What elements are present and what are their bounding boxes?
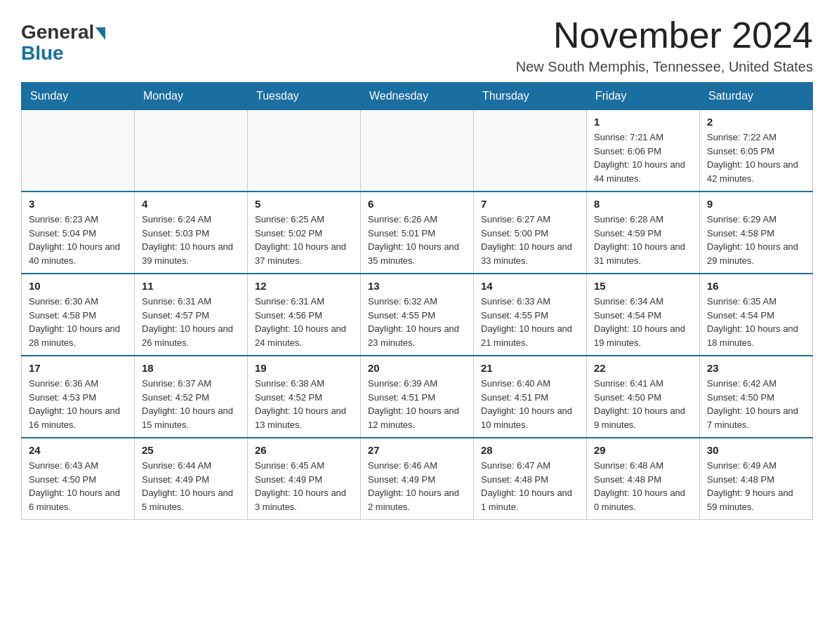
month-title: November 2024 bbox=[516, 14, 813, 56]
calendar-day-cell: 7Sunrise: 6:27 AM Sunset: 5:00 PM Daylig… bbox=[474, 192, 587, 274]
calendar-week-row: 17Sunrise: 6:36 AM Sunset: 4:53 PM Dayli… bbox=[22, 356, 813, 438]
calendar-header-saturday: Saturday bbox=[700, 83, 813, 110]
day-number: 1 bbox=[594, 116, 692, 128]
day-info: Sunrise: 7:21 AM Sunset: 6:06 PM Dayligh… bbox=[594, 130, 692, 185]
day-info: Sunrise: 6:31 AM Sunset: 4:56 PM Dayligh… bbox=[255, 295, 353, 349]
day-number: 17 bbox=[29, 362, 127, 374]
calendar-header-tuesday: Tuesday bbox=[248, 83, 361, 110]
day-number: 23 bbox=[707, 362, 805, 374]
calendar-day-cell: 28Sunrise: 6:47 AM Sunset: 4:48 PM Dayli… bbox=[474, 438, 587, 520]
day-number: 5 bbox=[255, 198, 353, 210]
day-number: 18 bbox=[142, 362, 240, 374]
day-number: 4 bbox=[142, 198, 240, 210]
logo-arrow-icon bbox=[95, 27, 105, 40]
location-subtitle: New South Memphis, Tennessee, United Sta… bbox=[516, 59, 813, 75]
day-number: 27 bbox=[368, 444, 466, 456]
calendar-table: SundayMondayTuesdayWednesdayThursdayFrid… bbox=[21, 82, 813, 520]
calendar-header-thursday: Thursday bbox=[474, 83, 587, 110]
day-info: Sunrise: 6:37 AM Sunset: 4:52 PM Dayligh… bbox=[142, 377, 240, 431]
calendar-day-cell: 21Sunrise: 6:40 AM Sunset: 4:51 PM Dayli… bbox=[474, 356, 587, 438]
calendar-header-sunday: Sunday bbox=[22, 83, 135, 110]
day-info: Sunrise: 6:23 AM Sunset: 5:04 PM Dayligh… bbox=[29, 213, 127, 267]
day-number: 12 bbox=[255, 280, 353, 292]
calendar-day-cell: 8Sunrise: 6:28 AM Sunset: 4:59 PM Daylig… bbox=[587, 192, 700, 274]
day-number: 11 bbox=[142, 280, 240, 292]
day-number: 19 bbox=[255, 362, 353, 374]
calendar-header-wednesday: Wednesday bbox=[361, 83, 474, 110]
day-info: Sunrise: 6:40 AM Sunset: 4:51 PM Dayligh… bbox=[481, 377, 579, 431]
calendar-day-cell: 2Sunrise: 7:22 AM Sunset: 6:05 PM Daylig… bbox=[700, 110, 813, 192]
day-number: 29 bbox=[594, 444, 692, 456]
calendar-day-cell: 5Sunrise: 6:25 AM Sunset: 5:02 PM Daylig… bbox=[248, 192, 361, 274]
day-info: Sunrise: 6:46 AM Sunset: 4:49 PM Dayligh… bbox=[368, 459, 466, 514]
calendar-day-cell: 1Sunrise: 7:21 AM Sunset: 6:06 PM Daylig… bbox=[587, 110, 700, 192]
day-number: 14 bbox=[481, 280, 579, 292]
calendar-day-cell: 27Sunrise: 6:46 AM Sunset: 4:49 PM Dayli… bbox=[361, 438, 474, 520]
calendar-day-cell: 15Sunrise: 6:34 AM Sunset: 4:54 PM Dayli… bbox=[587, 274, 700, 356]
day-info: Sunrise: 6:34 AM Sunset: 4:54 PM Dayligh… bbox=[594, 295, 692, 349]
day-info: Sunrise: 6:38 AM Sunset: 4:52 PM Dayligh… bbox=[255, 377, 353, 431]
day-info: Sunrise: 6:41 AM Sunset: 4:50 PM Dayligh… bbox=[594, 377, 692, 431]
day-info: Sunrise: 6:47 AM Sunset: 4:48 PM Dayligh… bbox=[481, 459, 579, 514]
day-info: Sunrise: 7:22 AM Sunset: 6:05 PM Dayligh… bbox=[707, 130, 805, 185]
day-info: Sunrise: 6:35 AM Sunset: 4:54 PM Dayligh… bbox=[707, 295, 805, 349]
day-number: 6 bbox=[368, 198, 466, 210]
calendar-day-cell: 22Sunrise: 6:41 AM Sunset: 4:50 PM Dayli… bbox=[587, 356, 700, 438]
day-info: Sunrise: 6:31 AM Sunset: 4:57 PM Dayligh… bbox=[142, 295, 240, 349]
logo-blue-text: Blue bbox=[21, 42, 64, 65]
day-number: 26 bbox=[255, 444, 353, 456]
calendar-header-row: SundayMondayTuesdayWednesdayThursdayFrid… bbox=[22, 83, 813, 110]
calendar-day-cell: 25Sunrise: 6:44 AM Sunset: 4:49 PM Dayli… bbox=[135, 438, 248, 520]
calendar-day-cell bbox=[361, 110, 474, 192]
calendar-day-cell: 3Sunrise: 6:23 AM Sunset: 5:04 PM Daylig… bbox=[22, 192, 135, 274]
day-number: 3 bbox=[29, 198, 127, 210]
day-number: 30 bbox=[707, 444, 805, 456]
calendar-day-cell: 23Sunrise: 6:42 AM Sunset: 4:50 PM Dayli… bbox=[700, 356, 813, 438]
calendar-day-cell: 17Sunrise: 6:36 AM Sunset: 4:53 PM Dayli… bbox=[22, 356, 135, 438]
calendar-week-row: 24Sunrise: 6:43 AM Sunset: 4:50 PM Dayli… bbox=[22, 438, 813, 520]
day-info: Sunrise: 6:45 AM Sunset: 4:49 PM Dayligh… bbox=[255, 459, 353, 514]
day-number: 15 bbox=[594, 280, 692, 292]
calendar-day-cell bbox=[22, 110, 135, 192]
calendar-day-cell: 9Sunrise: 6:29 AM Sunset: 4:58 PM Daylig… bbox=[700, 192, 813, 274]
logo-general-text: General bbox=[21, 21, 94, 43]
calendar-day-cell: 30Sunrise: 6:49 AM Sunset: 4:48 PM Dayli… bbox=[700, 438, 813, 520]
calendar-day-cell: 12Sunrise: 6:31 AM Sunset: 4:56 PM Dayli… bbox=[248, 274, 361, 356]
day-info: Sunrise: 6:43 AM Sunset: 4:50 PM Dayligh… bbox=[29, 459, 127, 514]
day-info: Sunrise: 6:33 AM Sunset: 4:55 PM Dayligh… bbox=[481, 295, 579, 349]
calendar-day-cell: 13Sunrise: 6:32 AM Sunset: 4:55 PM Dayli… bbox=[361, 274, 474, 356]
day-info: Sunrise: 6:29 AM Sunset: 4:58 PM Dayligh… bbox=[707, 213, 805, 267]
calendar-day-cell: 10Sunrise: 6:30 AM Sunset: 4:58 PM Dayli… bbox=[22, 274, 135, 356]
day-info: Sunrise: 6:24 AM Sunset: 5:03 PM Dayligh… bbox=[142, 213, 240, 267]
day-info: Sunrise: 6:39 AM Sunset: 4:51 PM Dayligh… bbox=[368, 377, 466, 431]
calendar-day-cell: 18Sunrise: 6:37 AM Sunset: 4:52 PM Dayli… bbox=[135, 356, 248, 438]
calendar-week-row: 3Sunrise: 6:23 AM Sunset: 5:04 PM Daylig… bbox=[22, 192, 813, 274]
day-number: 28 bbox=[481, 444, 579, 456]
day-number: 22 bbox=[594, 362, 692, 374]
calendar-day-cell: 11Sunrise: 6:31 AM Sunset: 4:57 PM Dayli… bbox=[135, 274, 248, 356]
header: General Blue November 2024 New South Mem… bbox=[21, 14, 813, 75]
calendar-week-row: 10Sunrise: 6:30 AM Sunset: 4:58 PM Dayli… bbox=[22, 274, 813, 356]
day-info: Sunrise: 6:32 AM Sunset: 4:55 PM Dayligh… bbox=[368, 295, 466, 349]
calendar-week-row: 1Sunrise: 7:21 AM Sunset: 6:06 PM Daylig… bbox=[22, 110, 813, 192]
day-info: Sunrise: 6:27 AM Sunset: 5:00 PM Dayligh… bbox=[481, 213, 579, 267]
day-info: Sunrise: 6:30 AM Sunset: 4:58 PM Dayligh… bbox=[29, 295, 127, 349]
calendar-day-cell: 16Sunrise: 6:35 AM Sunset: 4:54 PM Dayli… bbox=[700, 274, 813, 356]
day-info: Sunrise: 6:28 AM Sunset: 4:59 PM Dayligh… bbox=[594, 213, 692, 267]
calendar-day-cell: 26Sunrise: 6:45 AM Sunset: 4:49 PM Dayli… bbox=[248, 438, 361, 520]
calendar-day-cell: 29Sunrise: 6:48 AM Sunset: 4:48 PM Dayli… bbox=[587, 438, 700, 520]
calendar-day-cell: 19Sunrise: 6:38 AM Sunset: 4:52 PM Dayli… bbox=[248, 356, 361, 438]
calendar-day-cell: 4Sunrise: 6:24 AM Sunset: 5:03 PM Daylig… bbox=[135, 192, 248, 274]
day-number: 9 bbox=[707, 198, 805, 210]
calendar-day-cell bbox=[135, 110, 248, 192]
calendar-day-cell: 14Sunrise: 6:33 AM Sunset: 4:55 PM Dayli… bbox=[474, 274, 587, 356]
day-number: 7 bbox=[481, 198, 579, 210]
day-info: Sunrise: 6:25 AM Sunset: 5:02 PM Dayligh… bbox=[255, 213, 353, 267]
calendar-day-cell: 24Sunrise: 6:43 AM Sunset: 4:50 PM Dayli… bbox=[22, 438, 135, 520]
day-info: Sunrise: 6:44 AM Sunset: 4:49 PM Dayligh… bbox=[142, 459, 240, 514]
day-number: 21 bbox=[481, 362, 579, 374]
day-number: 25 bbox=[142, 444, 240, 456]
day-info: Sunrise: 6:42 AM Sunset: 4:50 PM Dayligh… bbox=[707, 377, 805, 431]
calendar-day-cell: 6Sunrise: 6:26 AM Sunset: 5:01 PM Daylig… bbox=[361, 192, 474, 274]
day-number: 8 bbox=[594, 198, 692, 210]
